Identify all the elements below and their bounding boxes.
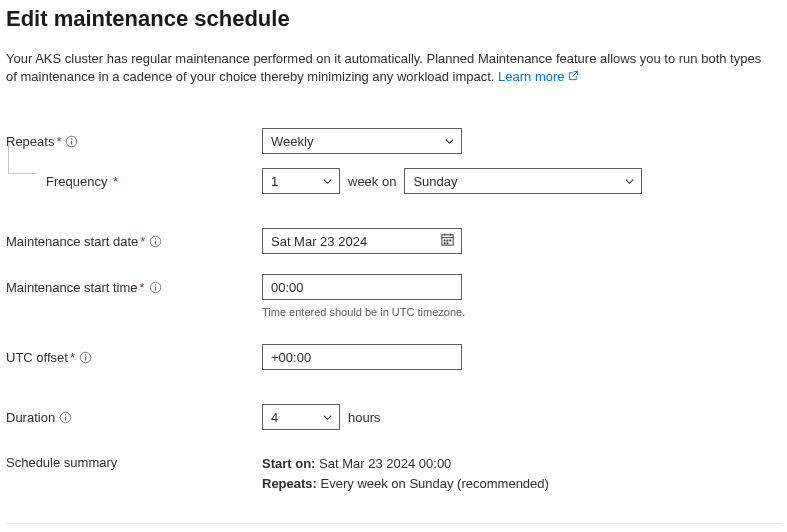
- info-icon[interactable]: [65, 135, 78, 148]
- start-time-input[interactable]: [262, 274, 462, 300]
- frequency-label: Frequency *: [6, 174, 262, 189]
- summary-start-on-label: Start on:: [262, 456, 315, 471]
- summary-repeats-label: Repeats:: [262, 476, 317, 491]
- svg-rect-14: [447, 243, 449, 245]
- chevron-down-icon: [624, 176, 641, 187]
- summary-start-on-value: Sat Mar 23 2024 00:00: [319, 456, 451, 471]
- summary-content: Start on: Sat Mar 23 2024 00:00 Repeats:…: [262, 454, 549, 493]
- frequency-row: Frequency * 1 week on Sunday: [6, 166, 781, 196]
- info-icon[interactable]: [149, 235, 162, 248]
- external-link-icon: [568, 68, 579, 86]
- start-date-input[interactable]: Sat Mar 23 2024: [262, 228, 462, 254]
- svg-rect-12: [449, 240, 451, 242]
- info-icon[interactable]: [59, 411, 72, 424]
- start-time-label: Maintenance start time *: [6, 280, 262, 295]
- svg-point-23: [65, 414, 66, 415]
- svg-point-20: [85, 354, 86, 355]
- repeats-select[interactable]: Weekly: [262, 128, 462, 154]
- description-body: Your AKS cluster has regular maintenance…: [6, 51, 761, 84]
- week-on-text: week on: [348, 174, 396, 189]
- svg-rect-10: [444, 240, 446, 242]
- summary-repeats-value: Every week on Sunday (recommended): [321, 476, 549, 491]
- frequency-count-select[interactable]: 1: [262, 168, 340, 194]
- learn-more-link[interactable]: Learn more: [498, 69, 579, 84]
- duration-label: Duration: [6, 410, 262, 425]
- start-date-row: Maintenance start date * Sat Mar 23 2024: [6, 226, 781, 256]
- duration-select[interactable]: 4: [262, 404, 340, 430]
- description-text: Your AKS cluster has regular maintenance…: [6, 50, 766, 86]
- calendar-icon[interactable]: [440, 232, 455, 250]
- utc-offset-label: UTC offset *: [6, 350, 262, 365]
- frequency-day-select[interactable]: Sunday: [404, 168, 642, 194]
- footer-actions: Save Cancel Remove schedule: [6, 523, 781, 532]
- chevron-down-icon: [322, 176, 339, 187]
- page-title: Edit maintenance schedule: [6, 6, 781, 32]
- duration-row: Duration 4 hours: [6, 402, 781, 432]
- utc-offset-row: UTC offset *: [6, 342, 781, 372]
- svg-rect-11: [447, 240, 449, 242]
- info-icon[interactable]: [79, 351, 92, 364]
- svg-rect-13: [444, 243, 446, 245]
- svg-point-2: [71, 138, 72, 139]
- tree-connector: [8, 144, 36, 174]
- utc-offset-input[interactable]: [262, 344, 462, 370]
- svg-point-5: [155, 238, 156, 239]
- start-time-row: Maintenance start time *: [6, 272, 781, 302]
- summary-label: Schedule summary: [6, 454, 262, 470]
- chevron-down-icon: [444, 136, 461, 147]
- info-icon[interactable]: [149, 281, 162, 294]
- repeats-label: Repeats*: [6, 134, 262, 149]
- start-time-helper: Time entered should be in UTC timezone.: [262, 306, 781, 318]
- summary-row: Schedule summary Start on: Sat Mar 23 20…: [6, 454, 781, 493]
- start-date-label: Maintenance start date *: [6, 234, 262, 249]
- duration-unit: hours: [348, 410, 381, 425]
- chevron-down-icon: [322, 412, 339, 423]
- svg-point-17: [154, 284, 155, 285]
- repeats-row: Repeats* Weekly: [6, 126, 781, 156]
